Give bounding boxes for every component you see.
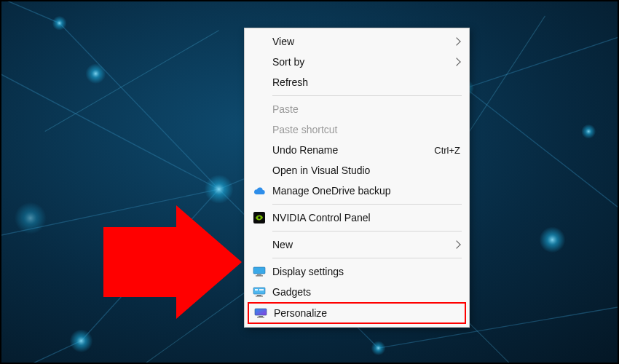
menu-separator xyxy=(272,231,462,232)
svg-rect-33 xyxy=(256,296,263,296)
svg-rect-35 xyxy=(259,316,263,317)
svg-rect-26 xyxy=(253,267,265,274)
svg-point-24 xyxy=(581,124,596,139)
svg-rect-36 xyxy=(257,317,264,317)
cloud-icon xyxy=(251,184,268,197)
menu-item-sort-by[interactable]: Sort by xyxy=(245,52,469,72)
menu-item-label: Undo Rename xyxy=(272,144,434,156)
menu-item-paste-shortcut: Paste shortcut xyxy=(245,119,469,140)
menu-item-view[interactable]: View xyxy=(245,31,469,52)
svg-rect-34 xyxy=(255,309,267,315)
menu-item-open-visual-studio[interactable]: Open in Visual Studio xyxy=(245,160,469,181)
svg-point-16 xyxy=(205,175,234,204)
monitor-icon xyxy=(251,265,268,278)
menu-item-undo-rename[interactable]: Undo Rename Ctrl+Z xyxy=(245,140,469,160)
blank-icon xyxy=(251,55,268,68)
menu-item-display-settings[interactable]: Display settings xyxy=(245,261,469,282)
menu-item-label: Paste xyxy=(272,103,462,115)
menu-item-shortcut: Ctrl+Z xyxy=(434,145,462,156)
menu-separator xyxy=(272,258,462,258)
menu-item-label: View xyxy=(272,36,454,47)
svg-point-19 xyxy=(70,329,93,352)
blank-icon xyxy=(251,123,268,136)
menu-item-new[interactable]: New xyxy=(245,234,469,255)
personalize-icon xyxy=(252,306,269,320)
svg-rect-27 xyxy=(257,274,261,275)
desktop-viewport: View Sort by Refresh Paste Paste shortcu… xyxy=(0,0,619,364)
menu-item-gadgets[interactable]: Gadgets xyxy=(245,282,469,302)
svg-point-21 xyxy=(540,227,566,253)
menu-item-label: Gadgets xyxy=(272,286,462,298)
blank-icon xyxy=(251,143,268,157)
menu-separator xyxy=(272,204,462,205)
menu-item-label: Sort by xyxy=(272,56,454,68)
menu-item-label: NVIDIA Control Panel xyxy=(272,212,462,223)
menu-item-label: Display settings xyxy=(272,266,462,277)
nvidia-icon xyxy=(251,211,268,224)
svg-rect-29 xyxy=(253,288,265,294)
svg-point-17 xyxy=(85,63,106,84)
menu-item-manage-onedrive[interactable]: Manage OneDrive backup xyxy=(245,181,469,201)
svg-point-22 xyxy=(371,341,386,355)
menu-item-label: Paste shortcut xyxy=(272,124,462,135)
svg-rect-31 xyxy=(259,289,264,290)
gadgets-icon xyxy=(251,285,268,298)
menu-item-label: Personalize xyxy=(274,307,460,319)
menu-item-personalize[interactable]: Personalize xyxy=(248,302,466,324)
blank-icon xyxy=(251,103,268,116)
svg-rect-30 xyxy=(255,289,258,290)
menu-item-nvidia-control-panel[interactable]: NVIDIA Control Panel xyxy=(245,207,469,228)
blank-icon xyxy=(251,76,268,89)
menu-item-label: Manage OneDrive backup xyxy=(272,185,462,197)
menu-item-label: Refresh xyxy=(272,76,462,88)
menu-item-refresh[interactable]: Refresh xyxy=(245,72,469,92)
blank-icon xyxy=(251,164,268,177)
menu-item-label: New xyxy=(272,239,454,250)
chevron-right-icon xyxy=(452,58,460,66)
svg-rect-28 xyxy=(256,275,263,276)
chevron-right-icon xyxy=(452,240,460,248)
svg-point-23 xyxy=(15,202,47,234)
svg-rect-25 xyxy=(253,212,265,223)
desktop-context-menu: View Sort by Refresh Paste Paste shortcu… xyxy=(244,28,470,328)
chevron-right-icon xyxy=(452,37,460,45)
blank-icon xyxy=(251,35,268,48)
blank-icon xyxy=(251,238,268,251)
menu-item-label: Open in Visual Studio xyxy=(272,165,462,176)
svg-point-18 xyxy=(52,16,67,31)
svg-rect-32 xyxy=(257,295,261,296)
menu-separator xyxy=(272,95,462,96)
menu-item-paste: Paste xyxy=(245,99,469,119)
